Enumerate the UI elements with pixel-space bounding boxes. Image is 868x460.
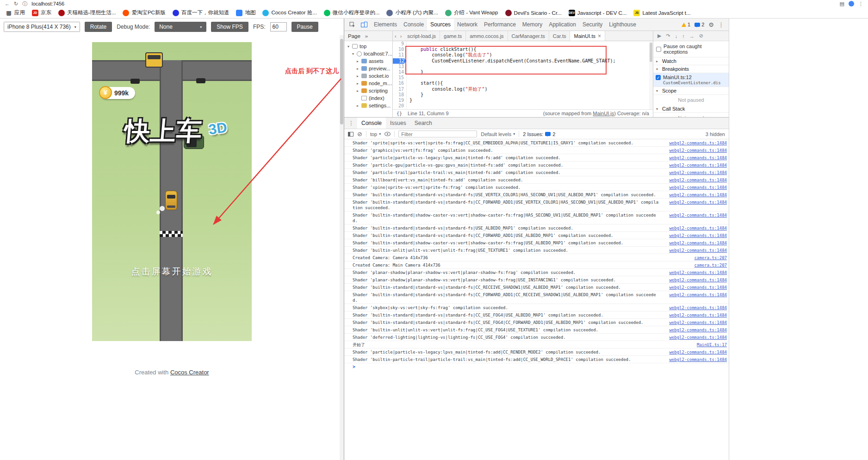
file-tree-item[interactable]: ▸settings... [344, 102, 392, 109]
side-panel-icon[interactable]: ▤ [840, 1, 844, 7]
line-number[interactable]: 18 [393, 92, 407, 98]
file-tree-item[interactable]: ▾localhost:7... [344, 50, 392, 57]
step-out-icon[interactable]: ↑ [682, 33, 685, 39]
console-source-link[interactable]: webgl2-commands.ts:1484 [662, 320, 727, 325]
file-tree-item[interactable]: (index) [344, 94, 392, 102]
editor-tab-CarManager.ts[interactable]: CarManager.ts [508, 31, 549, 41]
bookmark-item[interactable]: Devil's Sicario - Cr... [505, 10, 562, 16]
drawer-tab-search[interactable]: Search [410, 118, 436, 129]
drawer-tab-issues[interactable]: Issues [386, 118, 410, 129]
scroll-tabs-right-icon[interactable]: › [398, 31, 404, 41]
file-tree-item[interactable]: ▸preview... [344, 65, 392, 72]
console-source-link[interactable]: webgl2-commands.ts:1484 [662, 233, 727, 238]
editor-tab-ammo.cocos.js[interactable]: ammo.cocos.js [466, 31, 508, 41]
console-source-link[interactable]: webgl2-commands.ts:1484 [662, 305, 727, 311]
browser-menu-icon[interactable]: ⋮ [858, 1, 863, 7]
drawer-menu-icon[interactable]: ⋮ [346, 120, 356, 126]
warning-badge[interactable]: 1 [682, 22, 690, 27]
section-watch[interactable]: ▸ Watch [653, 57, 729, 65]
game-canvas[interactable]: ¥ 999k 快上车 3D 点击屏幕开始游戏 [92, 42, 252, 341]
info-icon[interactable]: ⓘ [22, 0, 27, 7]
clear-console-icon[interactable]: ⊘ [357, 131, 362, 137]
console-prompt[interactable]: > [344, 363, 729, 370]
file-tree-item[interactable]: ▸node_mo... [344, 80, 392, 87]
editor-scrollbar[interactable] [649, 42, 653, 109]
console-source-link[interactable]: webgl2-commands.ts:1484 [662, 270, 727, 275]
console-source-link[interactable]: webgl2-commands.ts:1484 [662, 285, 727, 290]
reload-icon[interactable]: ↻ [14, 1, 18, 7]
file-tree-item[interactable]: ▸scripting [344, 87, 392, 94]
page-scrollbar-thumb[interactable] [340, 39, 343, 124]
line-number[interactable]: 13 [393, 64, 407, 69]
device-select[interactable]: iPhone 8 Plus(414 X 736) ▾ [4, 22, 80, 32]
console-source-link[interactable]: webgl2-commands.ts:1484 [662, 225, 727, 231]
pretty-print-icon[interactable]: {} [397, 111, 402, 116]
editor-tab-script-load.js[interactable]: script-load.js [403, 31, 440, 41]
console-source-link[interactable]: webgl2-commands.ts:1484 [662, 312, 727, 318]
step-icon[interactable]: → [689, 33, 694, 39]
close-icon[interactable]: × [598, 33, 601, 39]
devtools-tab-performance[interactable]: Performance [481, 19, 519, 31]
line-number[interactable]: 20 [393, 103, 407, 109]
rotate-button[interactable]: Rotate [85, 22, 112, 32]
tap-to-start-hint[interactable]: 点击屏幕开始游戏 [92, 266, 252, 278]
bookmark-item[interactable]: DEVJavascript - DEV C... [569, 10, 627, 16]
bookmark-item[interactable]: 百度一下，你就知道 [173, 9, 229, 16]
issues-chip[interactable]: 2 Issues: 2 [523, 131, 555, 137]
inspect-element-icon[interactable] [347, 19, 358, 30]
console-source-link[interactable]: webgl2-commands.ts:1484 [662, 277, 727, 283]
devtools-tab-sources[interactable]: Sources [427, 19, 454, 31]
debug-mode-select[interactable]: None ▾ [155, 22, 206, 32]
url-text[interactable]: localhost:7456 [31, 1, 64, 6]
devtools-tab-security[interactable]: Security [579, 19, 606, 31]
line-number[interactable]: 16 [393, 81, 407, 86]
file-tree-item[interactable]: ▸socket.io [344, 72, 392, 80]
checkbox-unchecked-icon[interactable] [656, 47, 661, 52]
console-source-link[interactable]: webgl2-commands.ts:1484 [662, 140, 727, 146]
bookmark-item[interactable]: 地图 [236, 9, 255, 16]
back-icon[interactable]: ← [5, 1, 10, 6]
console-sidebar-icon[interactable] [348, 132, 353, 137]
bookmark-item[interactable]: 微信小程序登录的... [324, 9, 380, 16]
bookmark-item[interactable]: 爱淘宝PC新版 [123, 9, 165, 16]
editor-tab-Car.ts[interactable]: Car.ts [549, 31, 570, 41]
devtools-tab-elements[interactable]: Elements [371, 19, 400, 31]
console-source-link[interactable]: MainUI.ts:17 [662, 342, 727, 348]
editor-tab-game.ts[interactable]: game.ts [440, 31, 466, 41]
devtools-tab-console[interactable]: Console [400, 19, 427, 31]
bookmark-item[interactable]: 小程序 (六) 内聚... [386, 9, 438, 16]
live-expression-eye-icon[interactable] [384, 132, 391, 136]
console-source-link[interactable]: webgl2-commands.ts:1484 [662, 162, 727, 168]
code-editor[interactable]: 910 public clickStart(){11 console.log("… [393, 41, 653, 109]
cocos-creator-link[interactable]: Cocos Creator [170, 369, 209, 376]
console-source-link[interactable]: webgl2-commands.ts:1484 [662, 349, 727, 355]
bookmark-item[interactable]: JD京东 [32, 9, 51, 16]
line-number[interactable]: 9 [393, 41, 407, 47]
line-number[interactable]: 17 [393, 87, 407, 92]
scroll-tabs-left-icon[interactable]: ‹ [393, 31, 398, 41]
line-number[interactable]: 11 [393, 52, 407, 58]
breakpoint-entry[interactable]: ✓ MainUI.ts:12 CustomEventListener.dis [653, 73, 729, 87]
bookmark-item[interactable]: JSLatest JavaScript t... [633, 10, 690, 16]
bookmark-item[interactable]: 天猫精选-理想生活... [58, 9, 116, 16]
more-tabs-icon[interactable]: » [365, 33, 368, 39]
step-over-icon[interactable]: ↷ [666, 33, 670, 39]
bookmark-item[interactable]: Cocos Creator 抢... [262, 9, 316, 16]
line-number[interactable]: 15 [393, 75, 407, 81]
devtools-tab-memory[interactable]: Memory [519, 19, 546, 31]
console-source-link[interactable]: webgl2-commands.ts:1484 [662, 357, 727, 362]
devtools-menu-icon[interactable]: ⋮ [718, 21, 724, 28]
console-source-link[interactable]: webgl2-commands.ts:1484 [662, 335, 727, 340]
console-source-link[interactable]: webgl2-commands.ts:1484 [662, 170, 727, 175]
pause-on-exceptions-row[interactable]: Pause on caught exceptions [653, 41, 729, 57]
context-selector[interactable]: top ▾ [370, 131, 381, 137]
line-number[interactable]: 14 [393, 69, 407, 75]
navigator-tab-page[interactable]: Page [348, 33, 360, 39]
devtools-tab-application[interactable]: Application [546, 19, 579, 31]
console-source-link[interactable]: webgl2-commands.ts:1484 [662, 240, 727, 246]
editor-tab-MainUI.ts[interactable]: MainUI.ts× [570, 31, 605, 41]
section-breakpoints[interactable]: ▾ Breakpoints [653, 65, 729, 73]
checkbox-checked-icon[interactable]: ✓ [656, 75, 661, 80]
console-source-link[interactable]: webgl2-commands.ts:1484 [662, 248, 727, 253]
messages-badge[interactable]: 2 [694, 22, 704, 27]
